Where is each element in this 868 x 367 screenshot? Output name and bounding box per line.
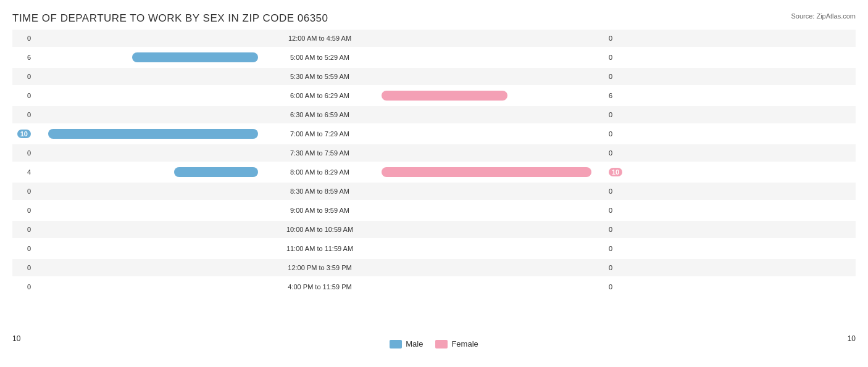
- left-value: 0: [12, 245, 36, 252]
- right-bar-container: [382, 91, 604, 101]
- right-bar-container: [382, 52, 604, 62]
- right-bar-container: [382, 263, 604, 273]
- right-value: 0: [604, 188, 627, 195]
- legend: Male Female: [390, 339, 478, 348]
- right-value: 0: [604, 130, 627, 138]
- table-row: 0 8:30 AM to 8:59 AM 0: [12, 183, 856, 200]
- male-bar: [132, 52, 258, 62]
- left-value: 0: [12, 149, 36, 157]
- male-bar: [48, 129, 258, 139]
- time-label: 4:00 PM to 11:59 PM: [258, 283, 382, 291]
- left-value: 10: [12, 130, 36, 138]
- left-bar-container: [36, 91, 258, 101]
- left-value: 0: [12, 92, 36, 99]
- right-value: 0: [604, 283, 627, 291]
- left-bar-container: [36, 282, 258, 292]
- left-bar-container: [36, 72, 258, 81]
- time-label: 6:30 AM to 6:59 AM: [258, 111, 382, 118]
- left-value: 0: [12, 73, 36, 80]
- right-bar-container: [382, 282, 604, 292]
- time-label: 11:00 AM to 11:59 AM: [258, 245, 382, 252]
- time-label: 7:30 AM to 7:59 AM: [258, 149, 382, 157]
- left-bar-container: [36, 244, 258, 254]
- table-row: 0 10:00 AM to 10:59 AM 0: [12, 221, 856, 238]
- right-value: 0: [604, 73, 627, 80]
- legend-male-label: Male: [406, 339, 423, 348]
- time-label: 8:30 AM to 8:59 AM: [258, 188, 382, 195]
- table-row: 0 12:00 PM to 3:59 PM 0: [12, 259, 856, 276]
- time-label: 7:00 AM to 7:29 AM: [258, 130, 382, 138]
- left-bar-container: [36, 263, 258, 273]
- legend-male-box: [390, 340, 402, 348]
- left-bar-container: [36, 167, 258, 177]
- legend-female-box: [435, 340, 448, 348]
- right-value: 0: [604, 149, 627, 157]
- time-label: 5:00 AM to 5:29 AM: [258, 54, 382, 61]
- legend-male: Male: [390, 339, 423, 348]
- left-bar-container: [36, 186, 258, 196]
- left-value: 0: [12, 264, 36, 271]
- right-value: 0: [604, 207, 627, 214]
- table-row: 0 12:00 AM to 4:59 AM 0: [12, 30, 856, 47]
- left-bar-container: [36, 52, 258, 62]
- time-label: 12:00 PM to 3:59 PM: [258, 264, 382, 271]
- left-value: 0: [12, 35, 36, 42]
- right-value: 6: [604, 92, 627, 99]
- table-row: 10 7:00 AM to 7:29 AM 0: [12, 125, 856, 142]
- right-bar-container: [382, 148, 604, 158]
- right-value: 0: [604, 35, 627, 42]
- right-bar-container: [382, 244, 604, 254]
- female-bar: [382, 167, 591, 177]
- left-value: 0: [12, 188, 36, 195]
- left-value: 0: [12, 226, 36, 233]
- table-row: 0 4:00 PM to 11:59 PM 0: [12, 278, 856, 295]
- left-value: 0: [12, 207, 36, 214]
- right-bar-container: [382, 186, 604, 196]
- table-row: 0 11:00 AM to 11:59 AM 0: [12, 240, 856, 257]
- time-label: 10:00 AM to 10:59 AM: [258, 226, 382, 233]
- left-bar-container: [36, 33, 258, 43]
- right-bar-container: [382, 167, 604, 177]
- source-text: Source: ZipAtlas.com: [791, 12, 856, 20]
- left-value: 0: [12, 283, 36, 291]
- left-bar-container: [36, 129, 258, 139]
- left-value: 0: [12, 111, 36, 118]
- chart-title: TIME OF DEPARTURE TO WORK BY SEX IN ZIP …: [12, 12, 856, 25]
- table-row: 0 5:30 AM to 5:59 AM 0: [12, 68, 856, 85]
- left-value: 4: [12, 168, 36, 176]
- right-bar-container: [382, 225, 604, 234]
- legend-female-label: Female: [451, 339, 478, 348]
- time-label: 8:00 AM to 8:29 AM: [258, 168, 382, 176]
- table-row: 0 7:30 AM to 7:59 AM 0: [12, 144, 856, 162]
- male-bar: [174, 167, 258, 177]
- bottom-axis: 10 Male Female 10: [12, 334, 856, 348]
- right-value: 0: [604, 111, 627, 118]
- left-bar-container: [36, 110, 258, 120]
- time-label: 5:30 AM to 5:59 AM: [258, 73, 382, 80]
- table-row: 4 8:00 AM to 8:29 AM 10: [12, 163, 856, 181]
- time-label: 12:00 AM to 4:59 AM: [258, 35, 382, 42]
- right-bar-container: [382, 110, 604, 120]
- left-bar-container: [36, 225, 258, 234]
- female-bar: [382, 91, 507, 101]
- left-value: 6: [12, 54, 36, 61]
- right-value: 0: [604, 264, 627, 271]
- right-bar-container: [382, 33, 604, 43]
- left-bar-container: [36, 148, 258, 158]
- left-bar-container: [36, 205, 258, 215]
- table-row: 0 9:00 AM to 9:59 AM 0: [12, 202, 856, 219]
- legend-female: Female: [435, 339, 478, 348]
- time-label: 9:00 AM to 9:59 AM: [258, 207, 382, 214]
- right-value: 0: [604, 245, 627, 252]
- chart-area: 0 12:00 AM to 4:59 AM 0 6 5:00 AM to 5:2…: [12, 30, 856, 332]
- table-row: 0 6:30 AM to 6:59 AM 0: [12, 106, 856, 123]
- right-value: 0: [604, 226, 627, 233]
- table-row: 6 5:00 AM to 5:29 AM 0: [12, 49, 856, 66]
- time-label: 6:00 AM to 6:29 AM: [258, 92, 382, 99]
- right-value: 10: [604, 168, 627, 176]
- right-bar-container: [382, 205, 604, 215]
- right-bar-container: [382, 129, 604, 139]
- chart-container: TIME OF DEPARTURE TO WORK BY SEX IN ZIP …: [0, 0, 868, 367]
- table-row: 0 6:00 AM to 6:29 AM 6: [12, 87, 856, 104]
- right-bar-container: [382, 72, 604, 81]
